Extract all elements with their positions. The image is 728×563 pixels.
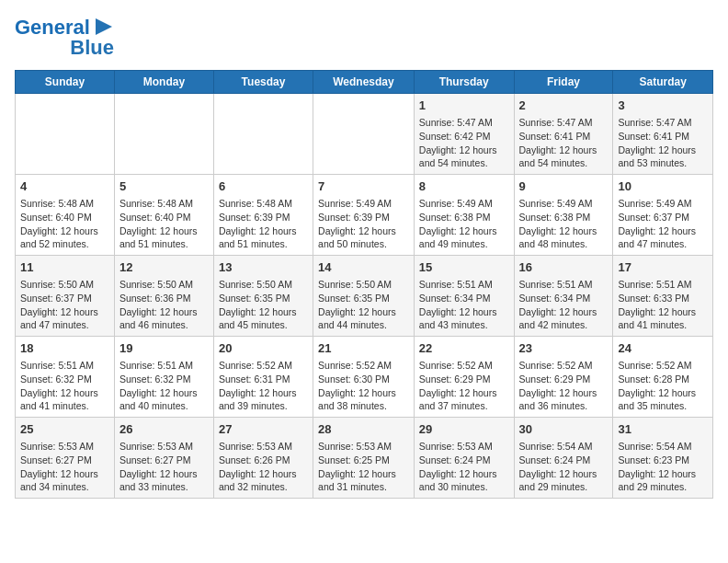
day-info: Sunrise: 5:51 AM Sunset: 6:33 PM Dayligh… <box>618 278 708 332</box>
day-info: Sunrise: 5:52 AM Sunset: 6:31 PM Dayligh… <box>219 359 308 413</box>
day-number: 23 <box>519 340 609 357</box>
logo-text-blue: Blue <box>70 37 114 59</box>
day-info: Sunrise: 5:52 AM Sunset: 6:29 PM Dayligh… <box>519 359 609 413</box>
day-info: Sunrise: 5:51 AM Sunset: 6:32 PM Dayligh… <box>20 359 109 413</box>
calendar-cell: 3Sunrise: 5:47 AM Sunset: 6:41 PM Daylig… <box>613 94 713 175</box>
logo: General Blue <box>15 15 114 59</box>
day-info: Sunrise: 5:50 AM Sunset: 6:35 PM Dayligh… <box>318 278 409 332</box>
header-wednesday: Wednesday <box>313 71 415 94</box>
day-number: 4 <box>20 178 109 195</box>
day-number: 24 <box>618 340 708 357</box>
day-info: Sunrise: 5:48 AM Sunset: 6:39 PM Dayligh… <box>219 197 308 251</box>
calendar-cell: 24Sunrise: 5:52 AM Sunset: 6:28 PM Dayli… <box>613 337 713 418</box>
day-number: 28 <box>318 421 409 438</box>
day-number: 3 <box>618 98 708 114</box>
svg-marker-0 <box>96 18 112 35</box>
calendar-cell: 18Sunrise: 5:51 AM Sunset: 6:32 PM Dayli… <box>16 337 115 418</box>
day-info: Sunrise: 5:48 AM Sunset: 6:40 PM Dayligh… <box>119 197 209 251</box>
day-number: 27 <box>219 421 308 438</box>
day-number: 13 <box>219 259 308 276</box>
calendar-cell: 31Sunrise: 5:54 AM Sunset: 6:23 PM Dayli… <box>613 417 713 498</box>
calendar-cell: 19Sunrise: 5:51 AM Sunset: 6:32 PM Dayli… <box>114 337 213 418</box>
day-info: Sunrise: 5:50 AM Sunset: 6:37 PM Dayligh… <box>20 278 109 332</box>
calendar-week-5: 25Sunrise: 5:53 AM Sunset: 6:27 PM Dayli… <box>16 417 713 498</box>
calendar-cell: 27Sunrise: 5:53 AM Sunset: 6:26 PM Dayli… <box>213 417 313 498</box>
day-number: 16 <box>519 259 609 276</box>
header-tuesday: Tuesday <box>213 71 313 94</box>
header-thursday: Thursday <box>414 71 514 94</box>
calendar-cell: 22Sunrise: 5:52 AM Sunset: 6:29 PM Dayli… <box>414 337 514 418</box>
calendar-cell: 20Sunrise: 5:52 AM Sunset: 6:31 PM Dayli… <box>213 337 313 418</box>
calendar-cell <box>313 94 415 175</box>
header-friday: Friday <box>514 71 613 94</box>
calendar-cell <box>114 94 213 175</box>
day-info: Sunrise: 5:53 AM Sunset: 6:24 PM Dayligh… <box>419 440 509 494</box>
day-number: 22 <box>419 340 509 357</box>
calendar-cell: 10Sunrise: 5:49 AM Sunset: 6:37 PM Dayli… <box>613 175 713 256</box>
calendar-cell: 15Sunrise: 5:51 AM Sunset: 6:34 PM Dayli… <box>414 256 514 337</box>
day-info: Sunrise: 5:52 AM Sunset: 6:29 PM Dayligh… <box>419 359 509 413</box>
day-number: 30 <box>519 421 609 438</box>
calendar-cell: 11Sunrise: 5:50 AM Sunset: 6:37 PM Dayli… <box>16 256 115 337</box>
day-info: Sunrise: 5:50 AM Sunset: 6:36 PM Dayligh… <box>119 278 209 332</box>
day-info: Sunrise: 5:53 AM Sunset: 6:27 PM Dayligh… <box>119 440 209 494</box>
logo-arrow-icon <box>94 17 114 37</box>
day-info: Sunrise: 5:53 AM Sunset: 6:27 PM Dayligh… <box>20 440 109 494</box>
calendar-week-2: 4Sunrise: 5:48 AM Sunset: 6:40 PM Daylig… <box>16 175 713 256</box>
calendar-cell <box>16 94 115 175</box>
calendar-cell: 16Sunrise: 5:51 AM Sunset: 6:34 PM Dayli… <box>514 256 613 337</box>
day-number: 10 <box>618 178 708 195</box>
calendar-cell: 8Sunrise: 5:49 AM Sunset: 6:38 PM Daylig… <box>414 175 514 256</box>
header-sunday: Sunday <box>16 71 115 94</box>
day-info: Sunrise: 5:52 AM Sunset: 6:30 PM Dayligh… <box>318 359 409 413</box>
calendar-cell: 2Sunrise: 5:47 AM Sunset: 6:41 PM Daylig… <box>514 94 613 175</box>
day-number: 7 <box>318 178 409 195</box>
calendar-week-3: 11Sunrise: 5:50 AM Sunset: 6:37 PM Dayli… <box>16 256 713 337</box>
day-info: Sunrise: 5:54 AM Sunset: 6:23 PM Dayligh… <box>618 440 708 494</box>
day-number: 1 <box>419 98 509 114</box>
day-number: 14 <box>318 259 409 276</box>
day-info: Sunrise: 5:51 AM Sunset: 6:34 PM Dayligh… <box>519 278 609 332</box>
calendar-cell: 9Sunrise: 5:49 AM Sunset: 6:38 PM Daylig… <box>514 175 613 256</box>
day-number: 12 <box>119 259 209 276</box>
calendar-header-row: SundayMondayTuesdayWednesdayThursdayFrid… <box>16 71 713 94</box>
day-number: 31 <box>618 421 708 438</box>
calendar-cell: 5Sunrise: 5:48 AM Sunset: 6:40 PM Daylig… <box>114 175 213 256</box>
day-number: 11 <box>20 259 109 276</box>
day-info: Sunrise: 5:49 AM Sunset: 6:38 PM Dayligh… <box>519 197 609 251</box>
day-info: Sunrise: 5:54 AM Sunset: 6:24 PM Dayligh… <box>519 440 609 494</box>
day-info: Sunrise: 5:47 AM Sunset: 6:41 PM Dayligh… <box>618 116 708 170</box>
calendar-week-4: 18Sunrise: 5:51 AM Sunset: 6:32 PM Dayli… <box>16 337 713 418</box>
calendar-cell: 6Sunrise: 5:48 AM Sunset: 6:39 PM Daylig… <box>213 175 313 256</box>
calendar-cell: 25Sunrise: 5:53 AM Sunset: 6:27 PM Dayli… <box>16 417 115 498</box>
day-number: 15 <box>419 259 509 276</box>
day-info: Sunrise: 5:49 AM Sunset: 6:38 PM Dayligh… <box>419 197 509 251</box>
calendar-cell: 21Sunrise: 5:52 AM Sunset: 6:30 PM Dayli… <box>313 337 415 418</box>
calendar-cell: 29Sunrise: 5:53 AM Sunset: 6:24 PM Dayli… <box>414 417 514 498</box>
day-info: Sunrise: 5:48 AM Sunset: 6:40 PM Dayligh… <box>20 197 109 251</box>
day-info: Sunrise: 5:51 AM Sunset: 6:32 PM Dayligh… <box>119 359 209 413</box>
day-info: Sunrise: 5:53 AM Sunset: 6:26 PM Dayligh… <box>219 440 308 494</box>
calendar-table: SundayMondayTuesdayWednesdayThursdayFrid… <box>15 70 713 499</box>
day-number: 9 <box>519 178 609 195</box>
day-info: Sunrise: 5:52 AM Sunset: 6:28 PM Dayligh… <box>618 359 708 413</box>
calendar-cell: 23Sunrise: 5:52 AM Sunset: 6:29 PM Dayli… <box>514 337 613 418</box>
day-info: Sunrise: 5:47 AM Sunset: 6:41 PM Dayligh… <box>519 116 609 170</box>
header-monday: Monday <box>114 71 213 94</box>
day-info: Sunrise: 5:51 AM Sunset: 6:34 PM Dayligh… <box>419 278 509 332</box>
calendar-cell: 17Sunrise: 5:51 AM Sunset: 6:33 PM Dayli… <box>613 256 713 337</box>
day-info: Sunrise: 5:47 AM Sunset: 6:42 PM Dayligh… <box>419 116 509 170</box>
day-number: 5 <box>119 178 209 195</box>
page-header: General Blue <box>15 15 713 59</box>
day-info: Sunrise: 5:50 AM Sunset: 6:35 PM Dayligh… <box>219 278 308 332</box>
calendar-cell: 26Sunrise: 5:53 AM Sunset: 6:27 PM Dayli… <box>114 417 213 498</box>
day-info: Sunrise: 5:53 AM Sunset: 6:25 PM Dayligh… <box>318 440 409 494</box>
day-number: 8 <box>419 178 509 195</box>
calendar-cell: 4Sunrise: 5:48 AM Sunset: 6:40 PM Daylig… <box>16 175 115 256</box>
calendar-week-1: 1Sunrise: 5:47 AM Sunset: 6:42 PM Daylig… <box>16 94 713 175</box>
day-number: 2 <box>519 98 609 114</box>
calendar-cell: 14Sunrise: 5:50 AM Sunset: 6:35 PM Dayli… <box>313 256 415 337</box>
day-number: 26 <box>119 421 209 438</box>
day-number: 25 <box>20 421 109 438</box>
calendar-cell: 12Sunrise: 5:50 AM Sunset: 6:36 PM Dayli… <box>114 256 213 337</box>
